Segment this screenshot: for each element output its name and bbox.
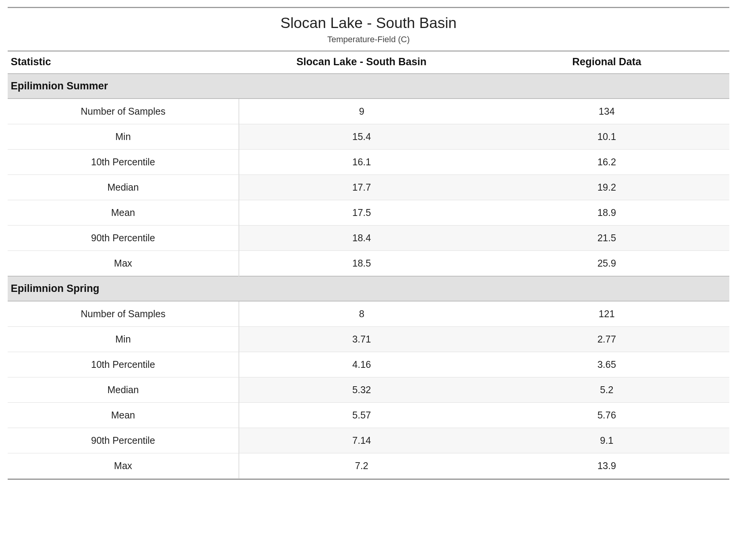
- table-row: Number of Samples9134: [8, 99, 729, 124]
- site-value: 5.32: [239, 377, 484, 402]
- title-block: Slocan Lake - South Basin Temperature-Fi…: [8, 13, 729, 51]
- site-value: 8: [239, 301, 484, 327]
- regional-value: 10.1: [484, 124, 729, 149]
- bottom-divider: [8, 479, 729, 480]
- regional-value: 19.2: [484, 175, 729, 200]
- stats-table: Statistic Slocan Lake - South Basin Regi…: [8, 51, 729, 479]
- table-row: Mean5.575.76: [8, 402, 729, 428]
- regional-value: 25.9: [484, 250, 729, 276]
- stat-label: 90th Percentile: [8, 225, 239, 250]
- stat-label: 10th Percentile: [8, 149, 239, 175]
- stat-label: Max: [8, 250, 239, 276]
- table-row: Mean17.518.9: [8, 200, 729, 225]
- section-header: Epilimnion Summer: [8, 74, 729, 99]
- regional-value: 18.9: [484, 200, 729, 225]
- site-value: 17.5: [239, 200, 484, 225]
- page-title: Slocan Lake - South Basin: [8, 14, 729, 32]
- top-divider: [8, 7, 729, 8]
- site-value: 3.71: [239, 326, 484, 352]
- stat-label: Min: [8, 326, 239, 352]
- stat-label: Number of Samples: [8, 99, 239, 124]
- report-page: Slocan Lake - South Basin Temperature-Fi…: [0, 0, 737, 491]
- section-header-label: Epilimnion Spring: [8, 276, 729, 301]
- table-row: Median17.719.2: [8, 175, 729, 200]
- regional-value: 134: [484, 99, 729, 124]
- table-body: Epilimnion SummerNumber of Samples9134Mi…: [8, 74, 729, 479]
- col-header-site: Slocan Lake - South Basin: [239, 51, 484, 74]
- regional-value: 5.76: [484, 402, 729, 428]
- site-value: 18.4: [239, 225, 484, 250]
- table-row: Min3.712.77: [8, 326, 729, 352]
- table-row: Min15.410.1: [8, 124, 729, 149]
- stat-label: Median: [8, 377, 239, 402]
- page-subtitle: Temperature-Field (C): [8, 35, 729, 44]
- table-row: 10th Percentile4.163.65: [8, 352, 729, 377]
- section-header-label: Epilimnion Summer: [8, 74, 729, 99]
- stat-label: 10th Percentile: [8, 352, 239, 377]
- table-row: Median5.325.2: [8, 377, 729, 402]
- stat-label: Max: [8, 453, 239, 478]
- stat-label: Median: [8, 175, 239, 200]
- site-value: 4.16: [239, 352, 484, 377]
- site-value: 16.1: [239, 149, 484, 175]
- section-header: Epilimnion Spring: [8, 276, 729, 301]
- col-header-regional: Regional Data: [484, 51, 729, 74]
- site-value: 7.14: [239, 428, 484, 453]
- col-header-statistic: Statistic: [8, 51, 239, 74]
- stat-label: Mean: [8, 402, 239, 428]
- regional-value: 9.1: [484, 428, 729, 453]
- table-header-row: Statistic Slocan Lake - South Basin Regi…: [8, 51, 729, 74]
- table-row: Max7.213.9: [8, 453, 729, 478]
- table-row: Number of Samples8121: [8, 301, 729, 327]
- regional-value: 16.2: [484, 149, 729, 175]
- regional-value: 2.77: [484, 326, 729, 352]
- regional-value: 121: [484, 301, 729, 327]
- site-value: 15.4: [239, 124, 484, 149]
- table-row: Max18.525.9: [8, 250, 729, 276]
- regional-value: 13.9: [484, 453, 729, 478]
- regional-value: 3.65: [484, 352, 729, 377]
- stat-label: Min: [8, 124, 239, 149]
- site-value: 9: [239, 99, 484, 124]
- table-row: 90th Percentile18.421.5: [8, 225, 729, 250]
- site-value: 5.57: [239, 402, 484, 428]
- regional-value: 5.2: [484, 377, 729, 402]
- table-row: 10th Percentile16.116.2: [8, 149, 729, 175]
- table-row: 90th Percentile7.149.1: [8, 428, 729, 453]
- site-value: 7.2: [239, 453, 484, 478]
- site-value: 18.5: [239, 250, 484, 276]
- stat-label: Mean: [8, 200, 239, 225]
- site-value: 17.7: [239, 175, 484, 200]
- stat-label: 90th Percentile: [8, 428, 239, 453]
- stat-label: Number of Samples: [8, 301, 239, 327]
- regional-value: 21.5: [484, 225, 729, 250]
